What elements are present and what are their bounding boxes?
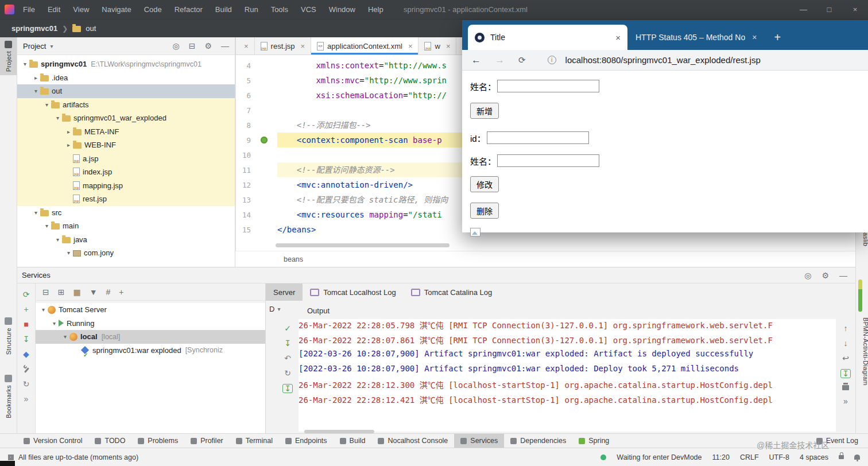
output-tab-label[interactable]: Output	[307, 306, 330, 315]
console-scroll-up-icon[interactable]: ↑	[844, 324, 848, 332]
project-collapse-all-icon[interactable]: ⊟	[189, 42, 196, 50]
tree-chevron-icon[interactable]: ▾	[32, 209, 40, 216]
project-tree-item-springmvc01[interactable]: ▾springmvc01E:\TLWork\springmvc\springmv…	[17, 57, 235, 71]
services-tree-item-running[interactable]: ▾Running	[36, 317, 265, 331]
tree-chevron-icon[interactable]: ▾	[64, 250, 73, 256]
status-widget-4-spaces[interactable]: 4 spaces	[800, 453, 828, 461]
forward-button[interactable]: →	[495, 55, 505, 66]
menu-help[interactable]: Help	[362, 0, 390, 19]
console-error-stripe[interactable]	[858, 279, 862, 312]
close-tab-icon[interactable]: ×	[752, 33, 757, 42]
toolwindow-button-spring[interactable]: Spring	[572, 434, 615, 448]
console-autoscroll-icon[interactable]: ↧	[282, 384, 293, 393]
refresh-button[interactable]: ⟳	[518, 55, 526, 65]
id-input[interactable]	[487, 131, 589, 144]
services-tree-add-icon[interactable]: +	[119, 288, 123, 296]
editor-horizontal-scrollbar[interactable]	[276, 243, 450, 247]
editor-tab-applicationcontext-xml[interactable]: <>applicationContext.xml×	[311, 37, 418, 55]
editor-tab-w[interactable]: jspw×	[418, 37, 456, 55]
tree-chevron-icon[interactable]: ▾	[42, 223, 51, 229]
toolwindow-button-dependencies[interactable]: Dependencies	[504, 434, 572, 448]
tree-chevron-icon[interactable]: ▾	[50, 320, 59, 327]
new-tab-button[interactable]: +	[774, 31, 781, 44]
project-tree-item-artifacts[interactable]: ▾artifacts	[17, 98, 235, 112]
back-button[interactable]: ←	[471, 55, 481, 66]
toolwindow-button-build[interactable]: Build	[334, 434, 372, 448]
delete-button[interactable]: 删除	[470, 203, 499, 219]
menu-view[interactable]: View	[67, 0, 95, 19]
project-tree-item-mapping-jsp[interactable]: jspmapping.jsp	[17, 179, 235, 193]
close-tab-icon[interactable]: ×	[244, 42, 249, 51]
menu-window[interactable]: Window	[323, 0, 362, 19]
breadcrumb-project[interactable]: springmvc01	[11, 24, 57, 33]
status-widget-crlf[interactable]: CRLF	[740, 453, 759, 461]
project-tree-item-java[interactable]: ▾java	[17, 233, 235, 247]
tree-chevron-icon[interactable]: ▸	[32, 75, 40, 81]
services-more-icon[interactable]: »	[24, 395, 29, 403]
project-panel-title[interactable]: Project	[23, 42, 46, 51]
services-tab-tomcat-localhost-log[interactable]: Tomcat Localhost Log	[303, 284, 403, 301]
services-stop-icon[interactable]: ■	[24, 320, 28, 328]
tree-chevron-icon[interactable]: ▾	[42, 102, 51, 108]
notifications-bell-icon[interactable]	[854, 455, 860, 460]
status-widget-waiting-for-enter-devmode[interactable]: Waiting for enter DevMode	[617, 453, 702, 461]
console-more-icon[interactable]: »	[843, 397, 848, 405]
page-info-icon[interactable]: i	[548, 56, 556, 64]
name-input-2[interactable]	[497, 154, 599, 167]
minimize-button[interactable]: —	[790, 0, 816, 19]
toolwindow-button-version-control[interactable]: Version Control	[17, 434, 88, 448]
deployment-dropdown[interactable]: D ▾	[269, 305, 280, 313]
services-tab-tomcat-catalina-log[interactable]: Tomcat Catalina Log	[404, 284, 500, 301]
toolwindow-button-nocalhost-console[interactable]: Nocalhost Console	[371, 434, 454, 448]
menu-navigate[interactable]: Navigate	[95, 0, 137, 19]
editor-breadcrumb-beans[interactable]: beans	[284, 255, 303, 263]
console-print-icon[interactable]	[842, 385, 849, 390]
services-tree[interactable]: ▾Tomcat Server▾Running▾local[local]✓spri…	[36, 303, 265, 433]
tree-chevron-icon[interactable]: ▾	[39, 306, 48, 313]
services-artifact-icon[interactable]: ◆	[23, 350, 29, 358]
console-output[interactable]: 26-Mar-2022 22:28:05.798 淇℃伅 [RMI TCP Co…	[299, 319, 836, 432]
maximize-button[interactable]: □	[816, 0, 842, 19]
tree-chevron-icon[interactable]: ▸	[64, 142, 73, 148]
close-tab-icon[interactable]: ×	[301, 42, 305, 51]
services-tree-group-icon[interactable]: ▦	[73, 288, 80, 296]
tree-chevron-icon[interactable]: ▾	[53, 115, 62, 121]
project-hide-icon[interactable]: —	[221, 42, 229, 50]
console-deployed-check-icon[interactable]: ✓	[284, 324, 291, 332]
toolwindow-button-profiler[interactable]: Profiler	[184, 434, 230, 448]
menu-file[interactable]: File	[17, 0, 41, 19]
status-widget-utf-8[interactable]: UTF-8	[769, 453, 789, 461]
services-wrench-icon[interactable]	[22, 365, 30, 373]
add-button[interactable]: 新增	[470, 103, 499, 119]
close-tab-icon[interactable]: ×	[615, 33, 621, 42]
editor-tab-hidden[interactable]: ×	[236, 37, 255, 55]
services-add-service-icon[interactable]: +	[24, 305, 28, 313]
services-tree-item-local[interactable]: ▾local[local]	[36, 330, 265, 344]
lock-icon[interactable]	[839, 455, 844, 459]
project-settings-icon[interactable]: ⚙	[204, 42, 212, 50]
services-locate-icon[interactable]: ◎	[804, 271, 811, 279]
project-tree-item-index-jsp[interactable]: jspindex.jsp	[17, 165, 235, 179]
toolwindow-button-todo[interactable]: TODO	[88, 434, 131, 448]
project-tree-item-out[interactable]: ▾out	[17, 84, 235, 98]
menu-code[interactable]: Code	[138, 0, 168, 19]
tool-button-bpmn[interactable]: BPMN-Activiti-Diagram	[857, 317, 868, 386]
services-deploy-icon[interactable]: ↧	[23, 335, 30, 343]
browser-tab-405[interactable]: HTTP Status 405 – Method No ×	[627, 25, 765, 50]
tree-chevron-icon[interactable]: ▸	[64, 129, 73, 135]
address-bar[interactable]: localhost:8080/springmvc01_war_exploded/…	[565, 55, 761, 65]
breadcrumb-folder[interactable]: out	[86, 24, 96, 33]
toolwindow-button-terminal[interactable]: Terminal	[230, 434, 279, 448]
console-scroll-to-end-icon[interactable]: ↧	[840, 369, 851, 378]
tool-button-project[interactable]: Project	[0, 37, 17, 75]
update-button[interactable]: 修改	[470, 176, 499, 192]
tree-chevron-icon[interactable]: ▾	[21, 61, 29, 67]
services-tree-item-springmvc01-war-exploded[interactable]: ✓springmvc01:war exploded[Synchroniz	[36, 344, 265, 358]
console-soft-wrap-icon[interactable]: ↩	[842, 354, 849, 362]
spring-bean-gutter-icon[interactable]	[261, 137, 268, 143]
toolwindow-button-endpoints[interactable]: Endpoints	[279, 434, 334, 448]
project-tree[interactable]: ▾springmvc01E:\TLWork\springmvc\springmv…	[17, 55, 235, 267]
project-tree-item-com-jony[interactable]: ▾com.jony	[17, 246, 235, 260]
services-refresh-icon[interactable]: ↻	[23, 380, 30, 388]
console-rollback-icon[interactable]: ↶	[284, 354, 291, 362]
